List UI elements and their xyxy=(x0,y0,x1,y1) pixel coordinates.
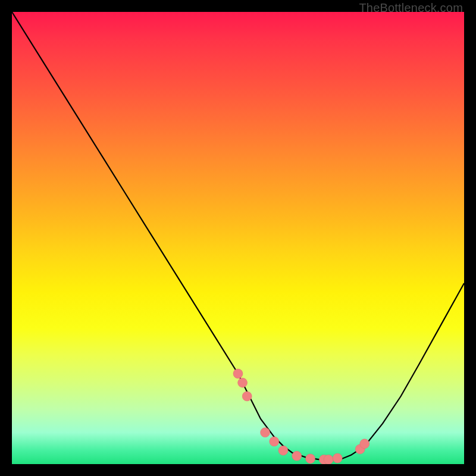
marker-point xyxy=(270,437,279,446)
marker-point xyxy=(233,369,243,378)
marker-group xyxy=(233,369,369,464)
marker-point xyxy=(242,392,252,401)
marker-point xyxy=(306,454,315,464)
bottleneck-curve xyxy=(12,12,464,459)
marker-point xyxy=(261,428,270,437)
marker-point xyxy=(292,451,302,461)
marker-point xyxy=(333,453,342,463)
marker-point xyxy=(324,455,333,464)
watermark-text: TheBottleneck.com xyxy=(359,1,463,15)
marker-point xyxy=(278,446,288,455)
curve-layer xyxy=(12,12,464,464)
marker-point xyxy=(360,439,369,449)
plot-area xyxy=(12,12,464,464)
marker-point xyxy=(238,378,248,387)
chart-frame: TheBottleneck.com xyxy=(0,0,476,476)
